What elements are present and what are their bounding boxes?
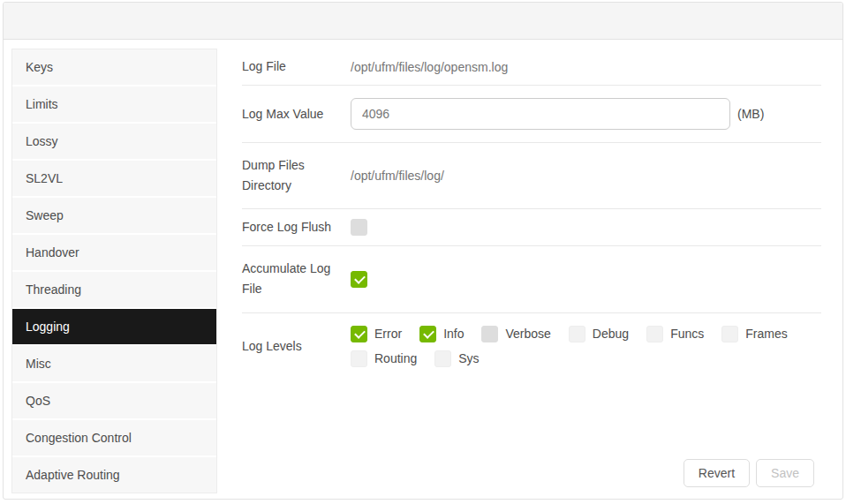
log-max-value-label: Log Max Value: [242, 104, 351, 124]
form-action-buttons: Revert Save: [684, 459, 814, 487]
log-level-funcs-label: Funcs: [670, 327, 704, 341]
log-level-sys-checkbox[interactable]: [434, 350, 451, 367]
log-level-info-label: Info: [443, 327, 464, 341]
log-levels-checkbox-group: Error Info Verbose Debug: [351, 326, 821, 367]
log-level-frames-checkbox[interactable]: [721, 326, 738, 342]
log-level-frames: Frames: [721, 326, 787, 342]
log-level-info: Info: [419, 326, 464, 342]
log-level-verbose-label: Verbose: [505, 327, 550, 341]
sidebar-item-qos[interactable]: QoS: [12, 383, 216, 420]
force-log-flush-row: Force Log Flush: [242, 209, 821, 246]
log-level-info-checkbox[interactable]: [419, 326, 436, 342]
force-log-flush-label: Force Log Flush: [242, 217, 351, 237]
sidebar-item-handover[interactable]: Handover: [12, 235, 216, 272]
sidebar-item-logging[interactable]: Logging: [12, 309, 216, 346]
save-button[interactable]: Save: [756, 459, 814, 487]
revert-button[interactable]: Revert: [684, 459, 750, 487]
log-max-value-unit: (MB): [737, 107, 764, 121]
log-level-error-checkbox[interactable]: [351, 326, 367, 342]
log-level-funcs: Funcs: [646, 326, 704, 342]
header-band: [4, 3, 842, 40]
sidebar-item-sweep[interactable]: Sweep: [12, 198, 216, 235]
log-level-funcs-checkbox[interactable]: [646, 326, 663, 342]
accumulate-log-file-checkbox[interactable]: [351, 271, 367, 288]
log-levels-label: Log Levels: [242, 336, 351, 357]
force-log-flush-checkbox[interactable]: [351, 219, 367, 236]
log-file-label: Log File: [242, 56, 351, 77]
log-levels-row: Log Levels Error Info Verbose: [242, 313, 821, 380]
accumulate-log-file-label: Accumulate Log File: [242, 259, 351, 299]
log-level-error-label: Error: [374, 327, 402, 341]
content-area: Keys Limits Lossy SL2VL Sweep Handover T…: [4, 40, 842, 493]
sidebar-item-sl2vl[interactable]: SL2VL: [12, 161, 216, 198]
log-file-row: Log File /opt/ufm/files/log/opensm.log: [242, 49, 821, 86]
log-level-error: Error: [351, 326, 402, 342]
log-max-value-input[interactable]: [351, 98, 730, 130]
sidebar-item-congestion-control[interactable]: Congestion Control: [12, 420, 216, 457]
log-level-debug: Debug: [569, 326, 629, 342]
settings-panel: Keys Limits Lossy SL2VL Sweep Handover T…: [3, 2, 843, 500]
logging-settings-form: Log File /opt/ufm/files/log/opensm.log L…: [242, 49, 821, 380]
log-level-verbose-checkbox[interactable]: [481, 326, 498, 342]
log-level-frames-label: Frames: [745, 327, 787, 341]
settings-category-sidebar: Keys Limits Lossy SL2VL Sweep Handover T…: [11, 49, 217, 493]
dump-files-directory-value: /opt/ufm/files/log/: [351, 169, 444, 183]
sidebar-item-adaptive-routing[interactable]: Adaptive Routing: [12, 457, 216, 493]
log-level-debug-label: Debug: [593, 327, 629, 341]
log-level-routing-checkbox[interactable]: [351, 350, 367, 367]
dump-files-directory-row: Dump Files Directory /opt/ufm/files/log/: [242, 143, 821, 209]
log-max-value-row: Log Max Value (MB): [242, 86, 821, 143]
log-level-routing-label: Routing: [374, 351, 417, 365]
log-level-debug-checkbox[interactable]: [569, 326, 585, 342]
accumulate-log-file-row: Accumulate Log File: [242, 246, 821, 312]
log-level-sys-label: Sys: [458, 351, 479, 365]
dump-files-directory-label: Dump Files Directory: [242, 155, 351, 196]
log-file-value: /opt/ufm/files/log/opensm.log: [351, 60, 508, 74]
sidebar-item-keys[interactable]: Keys: [12, 49, 216, 87]
log-level-sys: Sys: [434, 350, 479, 367]
sidebar-item-threading[interactable]: Threading: [12, 272, 216, 309]
log-level-verbose: Verbose: [481, 326, 550, 342]
log-level-routing: Routing: [351, 350, 417, 367]
sidebar-item-misc[interactable]: Misc: [12, 346, 216, 383]
sidebar-item-limits[interactable]: Limits: [12, 87, 216, 124]
sidebar-item-lossy[interactable]: Lossy: [12, 124, 216, 161]
